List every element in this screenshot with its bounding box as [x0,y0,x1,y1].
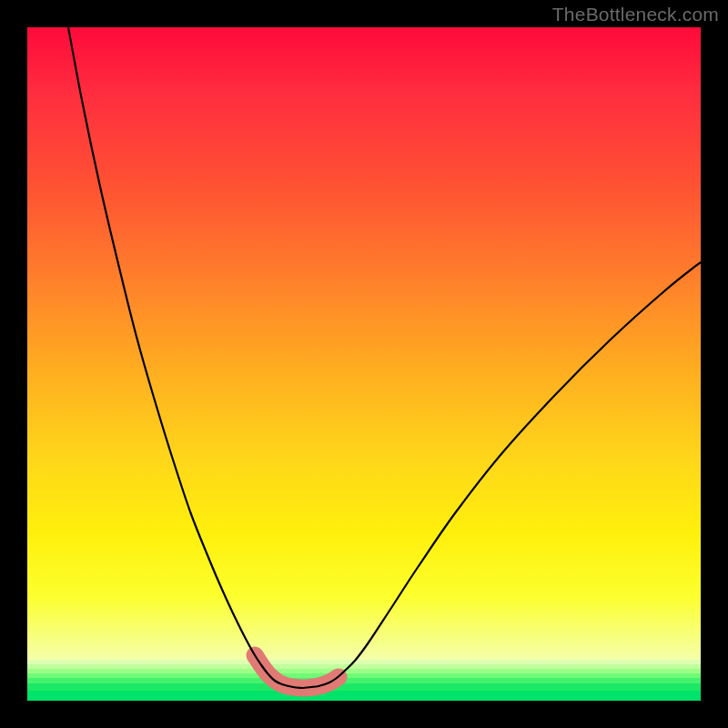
chart-curves [27,27,701,701]
chart-frame [27,27,701,701]
right-curve [302,262,701,688]
watermark-text: TheBottleneck.com [552,4,719,25]
left-curve [68,27,302,688]
